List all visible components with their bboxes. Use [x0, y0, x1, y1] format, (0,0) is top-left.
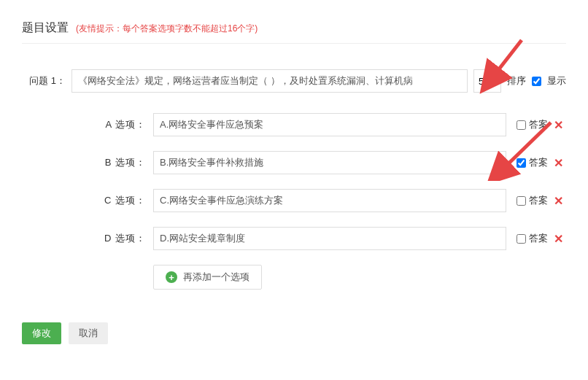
- option-input-c[interactable]: [153, 189, 506, 212]
- answer-label: 答案: [529, 232, 548, 245]
- answer-group: 答案✕: [517, 232, 566, 246]
- option-input-a[interactable]: [153, 113, 506, 136]
- footer-buttons: 修改 取消: [22, 322, 566, 344]
- question-label: 问题 1：: [22, 74, 66, 88]
- answer-group: 答案✕: [517, 156, 566, 170]
- question-row: 问题 1： 排序 显示: [22, 69, 566, 93]
- delete-icon[interactable]: ✕: [551, 156, 566, 170]
- answer-checkbox-d[interactable]: [517, 234, 526, 244]
- option-label: B 选项：: [22, 156, 146, 169]
- answer-checkbox-a[interactable]: [517, 120, 526, 130]
- answer-checkbox-c[interactable]: [517, 196, 526, 206]
- sort-input[interactable]: [473, 69, 501, 93]
- answer-label: 答案: [529, 118, 548, 131]
- option-label: D 选项：: [22, 232, 146, 245]
- submit-button[interactable]: 修改: [22, 322, 61, 344]
- add-option-button[interactable]: + 再添加一个选项: [153, 265, 262, 290]
- display-label: 显示: [547, 74, 566, 88]
- plus-icon: +: [166, 271, 177, 283]
- delete-icon[interactable]: ✕: [551, 232, 566, 246]
- question-input[interactable]: [71, 69, 468, 93]
- cancel-button[interactable]: 取消: [69, 322, 108, 344]
- page-title: 题目设置: [22, 20, 69, 36]
- add-option-row: + 再添加一个选项: [153, 265, 566, 290]
- answer-checkbox-b[interactable]: [517, 158, 526, 168]
- divider: [22, 43, 566, 44]
- delete-icon[interactable]: ✕: [551, 118, 566, 132]
- delete-icon[interactable]: ✕: [551, 194, 566, 208]
- answer-group: 答案✕: [517, 118, 566, 132]
- header: 题目设置 (友情提示：每个答案选项字数不能超过16个字): [22, 20, 566, 36]
- add-option-label: 再添加一个选项: [183, 271, 249, 284]
- option-row-a: A 选项：答案✕: [22, 113, 566, 136]
- option-row-d: D 选项：答案✕: [22, 227, 566, 250]
- option-row-c: C 选项：答案✕: [22, 189, 566, 212]
- option-label: C 选项：: [22, 194, 146, 207]
- answer-group: 答案✕: [517, 194, 566, 208]
- answer-label: 答案: [529, 156, 548, 169]
- option-label: A 选项：: [22, 118, 146, 131]
- sort-label: 排序: [507, 74, 526, 88]
- option-input-b[interactable]: [153, 151, 506, 174]
- hint-text: (友情提示：每个答案选项字数不能超过16个字): [76, 23, 258, 35]
- answer-label: 答案: [529, 194, 548, 207]
- display-checkbox[interactable]: [532, 77, 541, 86]
- option-row-b: B 选项：答案✕: [22, 151, 566, 174]
- option-input-d[interactable]: [153, 227, 506, 250]
